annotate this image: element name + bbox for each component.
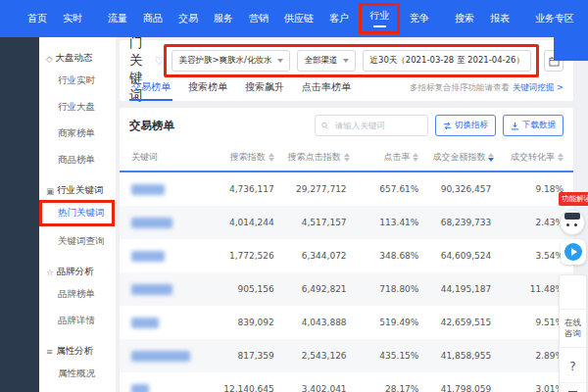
keyword-search-input[interactable] — [333, 120, 421, 131]
column-header-点击率[interactable]: 点击率 — [357, 144, 429, 172]
nav-item-报表[interactable]: 报表 — [482, 0, 517, 37]
online-service-button[interactable]: 在线咨询 — [560, 309, 586, 347]
value-cell: 41,858,955 — [428, 339, 501, 372]
sidebar-section-行业关键词[interactable]: ▣行业关键词 — [46, 184, 116, 197]
column-header-搜索指数[interactable]: 搜索指数 — [212, 144, 284, 172]
nav-item-流量[interactable]: 流量 — [100, 0, 135, 37]
switch-metrics-button[interactable]: 切换指标 — [435, 115, 496, 136]
sort-arrows-icon[interactable] — [413, 153, 418, 162]
value-cell: 348.68% — [357, 239, 429, 272]
sidebar-section-属性分析[interactable]: ≡属性分析 — [46, 345, 116, 358]
feature-guide-badge[interactable]: 功能解读 — [559, 192, 588, 206]
keyword-table: 关键词搜索指数搜索点击指数点击率成交金额指数成交转化率 4,736,11729,… — [120, 144, 573, 392]
date-range-select[interactable]: 近30天（2021-03-28 至 2021-04-26） — [363, 50, 531, 72]
hint-text: 多指标复合排序功能请查看 关键词挖掘 > — [410, 82, 564, 101]
tab-点击率榜单[interactable]: 点击率榜单 — [302, 80, 351, 101]
sidebar-item-商家榜单[interactable]: 商家榜单 — [39, 121, 116, 147]
value-cell: 42,659,515 — [428, 306, 501, 339]
nav-item-label: 客户 — [329, 13, 349, 24]
sidebar-section-title: 品牌分析 — [57, 266, 94, 278]
nav-item-营销[interactable]: 营销 — [241, 0, 276, 37]
value-cell: 1,772,526 — [212, 239, 284, 272]
sort-arrows-icon[interactable] — [344, 153, 350, 162]
keyword-cell[interactable] — [120, 372, 212, 392]
keyword-cell[interactable] — [120, 339, 212, 372]
column-header-搜索点击指数[interactable]: 搜索点击指数 — [284, 144, 357, 172]
channel-select-value: 全部渠道 — [304, 55, 337, 67]
nav-item-label: 服务 — [214, 13, 233, 24]
nav-item-客户[interactable]: 客户 — [321, 0, 357, 37]
nav-item-供应链[interactable]: 供应链 — [276, 0, 321, 37]
tab-搜索榜单[interactable]: 搜索榜单 — [188, 80, 227, 101]
nav-item-label: 流量 — [108, 13, 127, 24]
sidebar-item-商品榜单[interactable]: 商品榜单 — [39, 147, 116, 173]
sidebar-item-品牌榜单[interactable]: 品牌榜单 — [39, 281, 116, 308]
switch-icon — [443, 122, 452, 130]
category-select[interactable]: 美容护肤>爽肤水/化妆水 — [172, 50, 290, 72]
keyword-cell[interactable] — [120, 206, 212, 239]
download-data-button[interactable]: 下载数据 — [503, 115, 564, 136]
value-cell: 905,156 — [212, 272, 284, 306]
sort-arrows-icon[interactable] — [558, 153, 564, 162]
sort-arrows-icon[interactable] — [269, 153, 274, 162]
keyword-cell[interactable] — [120, 272, 212, 306]
nav-item-行业[interactable]: 行业 — [359, 3, 400, 34]
nav-item-label: 搜索 — [455, 13, 474, 24]
value-cell: 6,344,072 — [284, 239, 357, 272]
play-icon — [564, 243, 582, 261]
sidebar-item-属性概况[interactable]: 属性概况 — [39, 361, 116, 387]
right-floating-rail: 功能解读 在线咨询 ? ↑ — [559, 192, 588, 392]
nav-item-竞争[interactable]: 竞争 — [402, 0, 437, 37]
favorite-heart-icon[interactable]: ♡ — [155, 55, 165, 68]
video-play-button[interactable] — [561, 239, 586, 265]
sort-arrows-icon[interactable] — [488, 153, 494, 162]
value-cell: 4,043,888 — [284, 306, 357, 339]
channel-select[interactable]: 全部渠道 — [297, 50, 356, 72]
sidebar-item-品牌详情[interactable]: 品牌详情 — [39, 308, 116, 334]
nav-item-商品[interactable]: 商品 — [135, 0, 171, 37]
nav-item-业务专区[interactable]: 业务专区 — [527, 0, 582, 37]
sidebar-section-title: 大盘动态 — [56, 52, 93, 65]
back-to-top-button[interactable]: ↑ — [560, 382, 586, 392]
sidebar-section-大盘动态[interactable]: ◇大盘动态 — [46, 52, 116, 65]
sidebar-item-关键词查询[interactable]: 关键词查询 — [39, 228, 116, 255]
active-nav-underline — [373, 25, 386, 27]
help-button[interactable]: ? — [560, 347, 586, 382]
keyword-search-box[interactable] — [315, 115, 428, 136]
nav-item-首页[interactable]: 首页 — [20, 0, 55, 37]
keyword-cell[interactable] — [120, 306, 212, 339]
trade-ranking-card: 交易榜单 切换指标 — [120, 108, 573, 392]
nav-item-学院[interactable]: 学院 — [582, 0, 588, 37]
tab-交易榜单[interactable]: 交易榜单 — [131, 80, 171, 101]
redacted-keyword — [131, 251, 165, 262]
redacted-keyword — [131, 184, 165, 195]
sidebar-annotation-box: 热门关键词 — [39, 200, 115, 226]
nav-item-label: 业务专区 — [535, 13, 574, 24]
value-cell: 2,543,126 — [284, 339, 357, 372]
keyword-cell[interactable] — [120, 239, 212, 272]
sidebar-item-行业大盘[interactable]: 行业大盘 — [39, 94, 116, 121]
redacted-keyword — [131, 284, 172, 295]
nav-item-实时[interactable]: 实时 — [55, 0, 90, 37]
keyword-cell[interactable] — [120, 172, 212, 206]
nav-item-label: 首页 — [27, 13, 47, 24]
nav-item-服务[interactable]: 服务 — [206, 0, 241, 37]
keyword-mining-link[interactable]: 关键词挖掘 > — [513, 82, 564, 92]
tab-搜索飙升[interactable]: 搜索飙升 — [245, 80, 284, 101]
assistant-mascot-icon[interactable] — [560, 210, 585, 235]
nav-item-label: 实时 — [63, 13, 82, 24]
sidebar-item-行业实时[interactable]: 行业实时 — [39, 68, 116, 94]
nav-item-搜索[interactable]: 搜索 — [447, 0, 482, 37]
dashboard-icon: ◇ — [46, 54, 53, 64]
sidebar-section-品牌分析[interactable]: ☆品牌分析 — [46, 266, 116, 278]
value-cell: 3,402,041 — [284, 372, 357, 392]
left-dark-rail — [0, 37, 39, 392]
sidebar-item-属性详情[interactable]: 属性详情 — [39, 387, 116, 392]
column-header-成交金额指数[interactable]: 成交金额指数 — [428, 144, 501, 172]
column-header-成交转化率[interactable]: 成交转化率 — [501, 144, 573, 172]
nav-item-label: 商品 — [143, 13, 163, 24]
sidebar-item-热门关键词[interactable]: 热门关键词 — [42, 203, 112, 223]
nav-item-label: 行业 — [369, 9, 389, 23]
helper-panel: 在线咨询 ? ↑ — [559, 274, 587, 392]
nav-item-交易[interactable]: 交易 — [171, 0, 206, 37]
